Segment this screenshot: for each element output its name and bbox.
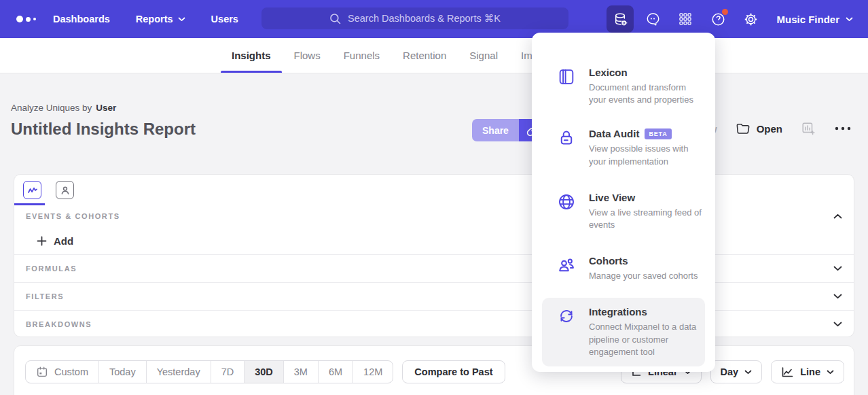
chevron-down-icon xyxy=(833,294,842,299)
nav-reports[interactable]: Reports xyxy=(136,14,185,24)
events-add-row: Add xyxy=(14,227,854,254)
chevron-down-icon xyxy=(833,322,842,327)
range-12m[interactable]: 12M xyxy=(353,361,393,383)
breakdowns-section[interactable]: BREAKDOWNS xyxy=(14,310,854,337)
chart-toolbar: Custom Today Yesterday 7D 30D 3M 6M 12M … xyxy=(14,346,854,383)
chevron-down-icon xyxy=(178,17,185,22)
analyze-entity-selector[interactable]: User xyxy=(96,103,116,113)
nav-dashboards[interactable]: Dashboards xyxy=(53,14,110,24)
range-3m[interactable]: 3M xyxy=(284,361,319,383)
apps-grid-icon[interactable] xyxy=(672,5,699,33)
tab-signal[interactable]: Signal xyxy=(469,38,498,73)
nav-users[interactable]: Users xyxy=(211,14,238,24)
live-view-globe-icon xyxy=(557,192,576,211)
compare-to-past-button[interactable]: Compare to Past xyxy=(402,360,505,383)
menu-item-integrations[interactable]: Integrations Connect Mixpanel to a data … xyxy=(542,298,705,366)
lexicon-book-icon xyxy=(557,67,576,86)
builder-tabs xyxy=(14,175,854,205)
chevron-down-icon xyxy=(833,266,842,271)
page-title[interactable]: Untitled Insights Report xyxy=(11,120,196,139)
query-builder-panel: EVENTS & COHORTS Add FORMULAS FILTERS BR… xyxy=(14,174,854,337)
line-chart-icon xyxy=(27,185,38,196)
menu-item-data-audit[interactable]: Data Audit BETA View possible issues wit… xyxy=(532,120,715,175)
tab-insights[interactable]: Insights xyxy=(232,38,271,73)
analyze-prefix: Analyze Uniques by xyxy=(11,103,92,113)
notification-dot xyxy=(722,9,728,15)
interval-select[interactable]: Day xyxy=(710,360,763,383)
filters-label: FILTERS xyxy=(26,292,64,300)
chevron-down-icon xyxy=(827,370,834,375)
range-yesterday[interactable]: Yesterday xyxy=(147,361,211,383)
tab-funnels[interactable]: Funnels xyxy=(344,38,380,73)
primary-nav: Dashboards Reports Users xyxy=(53,0,238,38)
menu-item-lexicon[interactable]: Lexicon Document and transform your even… xyxy=(532,58,715,114)
chart-toolbar-panel: Custom Today Yesterday 7D 30D 3M 6M 12M … xyxy=(14,345,854,395)
chevron-down-icon xyxy=(744,370,752,375)
data-management-dropdown: Lexicon Document and transform your even… xyxy=(532,33,715,372)
share-button[interactable]: Share xyxy=(472,119,519,141)
person-icon xyxy=(60,185,71,196)
folder-icon xyxy=(736,122,751,135)
menu-item-cohorts[interactable]: Cohorts Manage your saved cohorts xyxy=(532,247,715,290)
feedback-icon[interactable] xyxy=(639,5,666,33)
top-navbar: Dashboards Reports Users Search Dashboar… xyxy=(0,0,868,38)
range-custom[interactable]: Custom xyxy=(26,361,99,383)
users-view-tab[interactable] xyxy=(56,181,74,199)
settings-icon[interactable] xyxy=(737,5,764,33)
range-7d[interactable]: 7D xyxy=(211,361,245,383)
plus-icon xyxy=(37,236,47,246)
formulas-label: FORMULAS xyxy=(26,264,77,273)
open-report-button[interactable]: Open xyxy=(736,122,782,135)
calendar-icon xyxy=(36,366,48,378)
header-actions: New Open xyxy=(696,121,852,136)
date-range-group: Custom Today Yesterday 7D 30D 3M 6M 12M xyxy=(25,360,393,383)
search-placeholder: Search Dashboards & Reports ⌘K xyxy=(348,13,501,24)
formulas-section[interactable]: FORMULAS xyxy=(14,254,854,282)
beta-badge: BETA xyxy=(645,128,671,139)
line-chart-icon xyxy=(781,366,794,378)
add-to-dashboard-icon[interactable] xyxy=(801,121,816,136)
app-root: Dashboards Reports Users Search Dashboar… xyxy=(0,0,868,395)
metrics-view-tab[interactable] xyxy=(23,181,41,199)
project-switcher[interactable]: Music Finder xyxy=(776,14,853,25)
tab-flows[interactable]: Flows xyxy=(294,38,321,73)
events-cohorts-header[interactable]: EVENTS & COHORTS xyxy=(14,205,854,227)
mixpanel-logo[interactable] xyxy=(16,16,36,22)
breadcrumb: Analyze Uniques byUser xyxy=(11,103,116,113)
chart-type-select[interactable]: Line xyxy=(771,360,844,383)
range-6m[interactable]: 6M xyxy=(319,361,353,383)
data-management-icon[interactable] xyxy=(607,5,634,33)
range-today[interactable]: Today xyxy=(99,361,147,383)
help-icon[interactable] xyxy=(704,5,731,33)
chevron-up-icon[interactable] xyxy=(833,213,842,219)
report-header: Analyze Uniques byUser Untitled Insights… xyxy=(0,73,868,174)
builder-active-tab-underline xyxy=(14,203,45,205)
navbar-right-group: Music Finder xyxy=(607,5,853,33)
breakdowns-label: BREAKDOWNS xyxy=(26,320,92,328)
integrations-sync-icon xyxy=(557,307,576,326)
tab-retention[interactable]: Retention xyxy=(403,38,446,73)
filters-section[interactable]: FILTERS xyxy=(14,282,854,310)
range-30d[interactable]: 30D xyxy=(245,361,284,383)
data-audit-lock-icon xyxy=(557,128,576,148)
add-event-button[interactable]: Add xyxy=(37,235,73,247)
chevron-down-icon xyxy=(846,17,853,22)
project-name: Music Finder xyxy=(776,14,839,25)
search-input[interactable]: Search Dashboards & Reports ⌘K xyxy=(261,7,568,29)
menu-item-live-view[interactable]: Live View View a live streaming feed of … xyxy=(532,184,715,239)
events-cohorts-label: EVENTS & COHORTS xyxy=(26,212,120,220)
report-tabbar: Insights Flows Funnels Retention Signal … xyxy=(0,38,868,73)
search-icon xyxy=(329,13,341,24)
cohorts-people-icon xyxy=(557,256,576,275)
more-options-icon[interactable] xyxy=(834,125,852,132)
